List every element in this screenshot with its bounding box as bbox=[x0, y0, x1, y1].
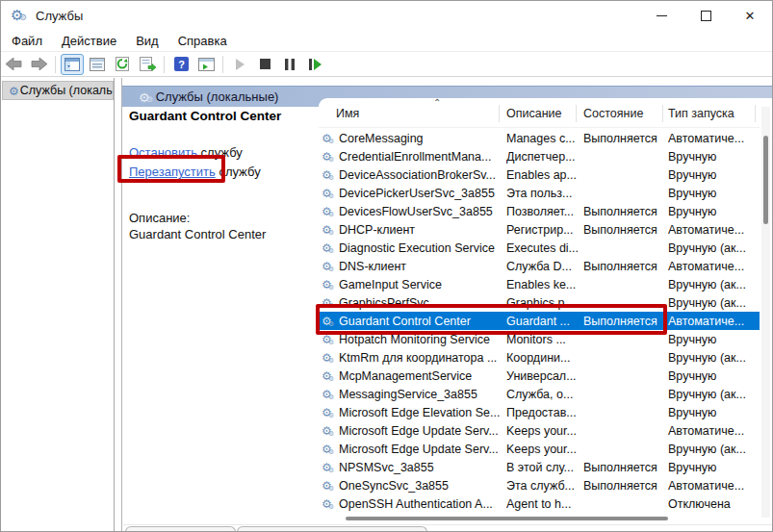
table-row[interactable]: ⚙⚙DeviceAssociationBrokerSv...Enables ap… bbox=[319, 165, 760, 184]
table-row[interactable]: ⚙⚙DHCP-клиентРегистрир...ВыполняетсяАвто… bbox=[319, 220, 760, 239]
table-row[interactable]: ⚙⚙Hotpatch Monitoring ServiceMonitors ..… bbox=[319, 330, 760, 348]
column-separator[interactable] bbox=[662, 105, 663, 122]
service-name-cell: ⚙⚙Diagnostic Execution Service bbox=[319, 241, 506, 255]
column-header-status[interactable]: Состояние bbox=[583, 107, 643, 120]
stop-service-link[interactable]: Остановить bbox=[129, 145, 197, 160]
pause-service-button[interactable] bbox=[278, 54, 301, 75]
stop-service-button[interactable] bbox=[253, 54, 276, 75]
service-description-cell: Позволяет... bbox=[506, 205, 583, 218]
service-name-cell: ⚙⚙DHCP-клиент bbox=[319, 223, 506, 237]
service-description-cell: Keeps your... bbox=[506, 443, 583, 456]
table-row[interactable]: ⚙⚙Guardant Control CenterGuardant ...Вып… bbox=[319, 312, 760, 330]
service-startup-type-cell: Вручную (ак... bbox=[668, 351, 760, 365]
table-row[interactable]: ⚙⚙Microsoft Edge Update Serv...Keeps you… bbox=[319, 421, 760, 440]
maximize-button[interactable] bbox=[683, 1, 728, 30]
properties-button[interactable] bbox=[86, 54, 109, 75]
forward-button[interactable] bbox=[27, 54, 50, 75]
tree-item-services-local[interactable]: ⚙ Службы (локальные) bbox=[2, 81, 114, 100]
vertical-scrollbar-thumb[interactable] bbox=[763, 136, 768, 224]
export-list-button[interactable] bbox=[136, 54, 159, 75]
service-gear-icon: ⚙⚙ bbox=[322, 462, 332, 473]
column-header-name[interactable]: Имя bbox=[336, 107, 359, 120]
table-row[interactable]: ⚙⚙DNS-клиентСлужба D...ВыполняетсяАвтома… bbox=[319, 257, 760, 275]
service-description-cell: Универсал... bbox=[506, 369, 583, 383]
menu-help[interactable]: Справка bbox=[169, 32, 236, 50]
service-name-cell: ⚙⚙Microsoft Edge Update Serv... bbox=[319, 424, 506, 438]
menu-action[interactable]: Действие bbox=[53, 32, 125, 50]
service-name-cell: ⚙⚙DevicePickerUserSvc_3a855 bbox=[319, 187, 506, 200]
table-row[interactable]: ⚙⚙MessagingService_3a855Служба, о...Вруч… bbox=[319, 385, 760, 403]
table-row[interactable]: ⚙⚙DevicesFlowUserSvc_3a855Позволяет...Вы… bbox=[319, 202, 760, 220]
show-console-tree-button[interactable] bbox=[61, 54, 84, 75]
close-button[interactable]: ✕ bbox=[728, 1, 772, 30]
menu-view[interactable]: Вид bbox=[127, 32, 167, 50]
table-row[interactable]: ⚙⚙DevicePickerUserSvc_3a855Эта польз...В… bbox=[319, 184, 760, 202]
menu-bar: Файл Действие Вид Справка bbox=[1, 30, 772, 51]
service-startup-type-cell: Автоматиче... bbox=[668, 315, 760, 328]
service-description-cell: Agent to h... bbox=[506, 497, 583, 511]
service-status-cell: Выполняется bbox=[583, 260, 668, 273]
table-row[interactable]: ⚙⚙OpenSSH Authentication A...Agent to h.… bbox=[319, 494, 760, 513]
restart-icon bbox=[309, 59, 322, 70]
tab-extended[interactable] bbox=[125, 526, 236, 532]
table-row[interactable]: ⚙⚙GameInput ServiceEnables ke...Вручную … bbox=[319, 275, 760, 293]
table-row[interactable]: ⚙⚙CoreMessagingManages c...ВыполняетсяАв… bbox=[319, 129, 760, 147]
stop-service-suffix: службу bbox=[197, 145, 243, 160]
restart-service-line: Перезапустить службу bbox=[129, 163, 314, 182]
menu-file[interactable]: Файл bbox=[3, 32, 51, 50]
table-row[interactable]: ⚙⚙McpManagementServiceУниверсал...Вручну… bbox=[319, 367, 760, 385]
table-row[interactable]: ⚙⚙KtmRm для координатора ...Координи...В… bbox=[319, 348, 760, 367]
table-row[interactable]: ⚙⚙CredentialEnrollmentMana...Диспетчер..… bbox=[319, 147, 760, 165]
panel-divider[interactable] bbox=[121, 78, 122, 531]
column-header-description[interactable]: Описание bbox=[506, 107, 562, 120]
tab-standard[interactable] bbox=[237, 526, 427, 532]
table-row[interactable]: ⚙⚙Microsoft Edge Elevation Se...Предоста… bbox=[319, 403, 760, 421]
service-status-cell: Выполняется bbox=[583, 315, 668, 328]
show-action-pane-button[interactable] bbox=[194, 54, 218, 75]
service-gear-icon: ⚙⚙ bbox=[322, 480, 332, 492]
service-gear-icon: ⚙⚙ bbox=[322, 407, 332, 418]
service-startup-type-cell: Вручную (ак... bbox=[668, 241, 760, 255]
column-separator[interactable] bbox=[499, 105, 500, 122]
table-row[interactable]: ⚙⚙OneSyncSvc_3a855Эта служб...Выполняетс… bbox=[319, 476, 760, 494]
column-separator[interactable] bbox=[576, 105, 577, 122]
service-name-cell: ⚙⚙OpenSSH Authentication A... bbox=[319, 497, 506, 511]
tree-item-label: Службы (локальные) bbox=[20, 84, 114, 97]
column-header-startup[interactable]: Тип запуска bbox=[668, 107, 734, 120]
toolbar-separator bbox=[164, 56, 165, 73]
service-startup-type-cell: Автоматиче... bbox=[668, 479, 760, 493]
service-gear-icon: ⚙⚙ bbox=[322, 188, 332, 199]
start-service-button[interactable] bbox=[228, 54, 251, 75]
service-name-cell: ⚙⚙DNS-клиент bbox=[319, 260, 506, 273]
service-name-cell: ⚙⚙Guardant Control Center bbox=[319, 315, 506, 328]
table-row[interactable]: ⚙⚙Microsoft Edge Update Serv...Keeps you… bbox=[319, 440, 760, 458]
back-button[interactable] bbox=[2, 54, 25, 75]
services-window: ⚙⚙ Службы ✕ Файл Действие Вид Справка bbox=[0, 0, 773, 532]
stop-service-line: Остановить службу bbox=[129, 143, 314, 163]
service-startup-type-cell: Вручную bbox=[668, 150, 760, 164]
column-separator[interactable] bbox=[755, 105, 756, 122]
service-gear-icon: ⚙⚙ bbox=[322, 498, 332, 510]
service-gear-icon: ⚙⚙ bbox=[322, 352, 332, 364]
back-arrow-icon bbox=[6, 58, 22, 70]
table-row[interactable]: ⚙⚙Diagnostic Execution ServiceExecutes d… bbox=[319, 239, 760, 257]
stop-icon bbox=[260, 59, 271, 69]
table-row[interactable]: ⚙⚙GraphicsPerfSvcGraphics p...Вручную (а… bbox=[319, 293, 760, 312]
vertical-scrollbar[interactable] bbox=[761, 107, 770, 518]
services-gear-icon: ⚙⚙ bbox=[139, 91, 150, 104]
service-startup-type-cell: Автоматиче... bbox=[668, 424, 760, 438]
action-pane-icon bbox=[198, 58, 215, 71]
table-row[interactable]: ⚙⚙NPSMSvc_3a855В этой слу...ВыполняетсяВ… bbox=[319, 458, 760, 476]
service-gear-icon: ⚙⚙ bbox=[322, 279, 332, 291]
refresh-button[interactable] bbox=[111, 54, 134, 75]
horizontal-scrollbar-thumb[interactable] bbox=[346, 517, 668, 520]
restart-service-button[interactable] bbox=[303, 54, 326, 75]
restart-service-link[interactable]: Перезапустить bbox=[129, 165, 216, 179]
service-name-cell: ⚙⚙GameInput Service bbox=[319, 278, 506, 291]
minimize-button[interactable] bbox=[639, 1, 683, 30]
service-description-cell: Регистрир... bbox=[506, 223, 583, 237]
service-gear-icon: ⚙⚙ bbox=[322, 389, 332, 400]
service-rows: ⚙⚙CoreMessagingManages c...ВыполняетсяАв… bbox=[319, 129, 760, 516]
help-button[interactable]: ? bbox=[169, 54, 193, 75]
service-name-cell: ⚙⚙OneSyncSvc_3a855 bbox=[319, 479, 506, 493]
